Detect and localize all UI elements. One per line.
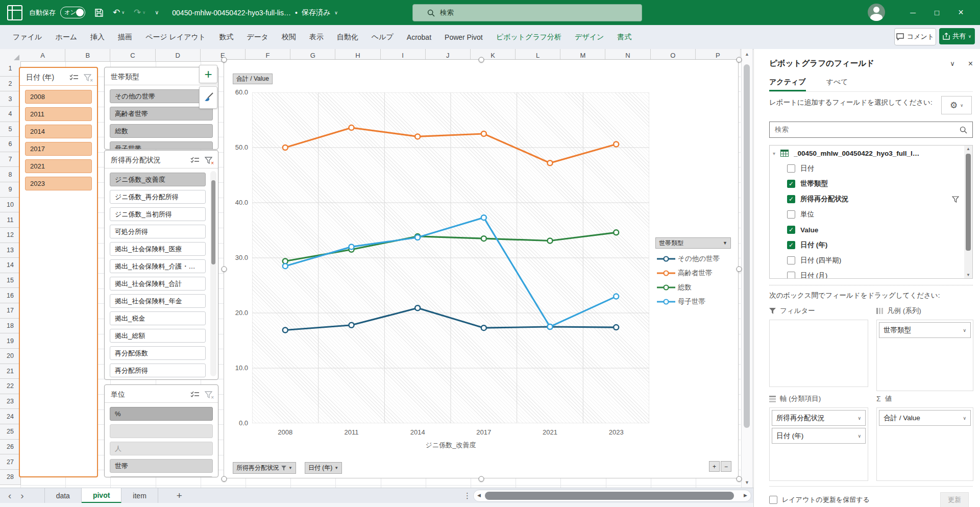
pane-close-icon[interactable]: × <box>968 59 973 68</box>
scroll-down-icon[interactable]: ▼ <box>965 273 971 277</box>
ribbon-tab[interactable]: ファイル <box>6 25 48 49</box>
field-row[interactable]: 単位 <box>770 207 972 222</box>
slicer-item[interactable] <box>110 424 213 438</box>
field-row[interactable]: 日付 <box>770 161 972 176</box>
slicer-item[interactable]: ジニ係数_当初所得 <box>110 207 206 221</box>
update-button[interactable]: 更新 <box>940 492 969 507</box>
search-box[interactable]: 検索 <box>412 4 642 21</box>
data-point[interactable] <box>548 160 553 165</box>
data-point[interactable] <box>349 323 354 328</box>
field-chip[interactable]: 所得再分配状況∨ <box>772 410 866 426</box>
field-chip[interactable]: 世帯類型∨ <box>879 322 971 338</box>
slicer-item[interactable]: 2008 <box>25 90 92 104</box>
data-point[interactable] <box>614 325 619 330</box>
slicer-unit[interactable]: 単位 × %人世帯万円 <box>104 384 218 477</box>
slicer-item[interactable]: 2014 <box>25 125 92 138</box>
legend-entry[interactable]: 高齢者世帯 <box>657 267 713 279</box>
field-checkbox[interactable]: ✓ <box>787 180 795 188</box>
data-point[interactable] <box>614 294 619 299</box>
data-point[interactable] <box>283 145 288 150</box>
field-row[interactable]: 日付 (月) <box>770 268 972 279</box>
data-point[interactable] <box>349 125 354 130</box>
collapse-icon[interactable]: ▾ <box>773 151 775 156</box>
save-icon[interactable] <box>94 8 104 17</box>
row-header[interactable]: 24 <box>0 409 20 424</box>
field-row[interactable]: ✓世帯類型 <box>770 176 972 191</box>
row-header[interactable]: 9 <box>0 182 20 198</box>
field-checkbox[interactable]: ✓ <box>787 195 795 203</box>
column-header[interactable]: A <box>20 49 65 61</box>
legend-field-button[interactable]: 世帯類型 ▼ <box>655 237 731 249</box>
more-options-icon[interactable]: ⋮ <box>463 491 471 500</box>
slicer-item[interactable]: 再分配所得 <box>110 364 206 377</box>
autosave-toggle[interactable]: オン <box>60 7 85 18</box>
multiselect-icon[interactable] <box>190 391 200 398</box>
ribbon-tab[interactable]: 数式 <box>212 25 240 49</box>
field-chip[interactable]: 合計 / Value∨ <box>879 410 971 426</box>
row-header[interactable]: 15 <box>0 273 20 288</box>
scroll-up-icon[interactable]: ▲ <box>742 52 752 57</box>
data-point[interactable] <box>415 305 420 310</box>
sheet-nav-right-icon[interactable]: › <box>20 490 23 501</box>
sheet-tab-pivot[interactable]: pivot <box>82 488 121 503</box>
field-checkbox[interactable] <box>787 210 795 219</box>
pane-tab-active[interactable]: アクティブ <box>769 78 806 91</box>
row-header[interactable]: 13 <box>0 243 20 258</box>
chart-selection-handle[interactable] <box>737 267 742 272</box>
field-checkbox[interactable]: ✓ <box>787 241 795 249</box>
chart-selection-handle[interactable] <box>479 57 484 63</box>
slicer-item[interactable]: 2023 <box>25 177 92 190</box>
row-header[interactable]: 8 <box>0 167 20 182</box>
row-header[interactable]: 7 <box>0 152 20 167</box>
table-name[interactable]: _00450_mhlw_00450422_hyo3_full_l… <box>794 150 919 157</box>
scroll-up-icon[interactable]: ▲ <box>965 147 971 151</box>
slicer-scroll-thumb[interactable] <box>211 180 215 264</box>
data-point[interactable] <box>481 215 486 220</box>
row-header[interactable]: 23 <box>0 394 20 409</box>
slicer-item[interactable]: 拠出_社会保険料_合計 <box>110 277 206 291</box>
slicer-redistribution[interactable]: 所得再分配状況 × ジニ係数_改善度ジニ係数_再分配所得ジニ係数_当初所得可処分… <box>104 150 218 380</box>
row-header[interactable]: 16 <box>0 288 20 303</box>
ribbon-tab[interactable]: 描画 <box>111 25 139 49</box>
row-header[interactable]: 6 <box>0 137 20 152</box>
row-header[interactable]: 11 <box>0 212 20 228</box>
column-header[interactable]: D <box>156 49 201 61</box>
sheet-nav-left-icon[interactable]: ‹ <box>8 490 11 501</box>
row-header[interactable]: 26 <box>0 440 20 455</box>
slicer-item[interactable]: 拠出_社会保険料_介護・… <box>110 259 206 273</box>
data-point[interactable] <box>614 142 619 147</box>
fields-search-box[interactable]: 検索 <box>769 122 973 138</box>
sheet-tab-item[interactable]: item <box>121 488 158 503</box>
data-point[interactable] <box>415 235 420 240</box>
row-header[interactable]: 17 <box>0 303 20 319</box>
collapse-field-button[interactable]: − <box>721 461 731 472</box>
row-header[interactable]: 25 <box>0 424 20 440</box>
undo-icon[interactable]: ↶∨ <box>113 7 125 18</box>
values-drop-zone[interactable]: 合計 / Value∨ <box>876 407 973 481</box>
axis-field-button-date[interactable]: 日付 (年) ▼ <box>305 462 342 474</box>
row-header[interactable]: 2 <box>0 77 20 92</box>
ribbon-tab[interactable]: 表示 <box>303 25 330 49</box>
slicer-item[interactable]: その他の世帯 <box>110 89 213 103</box>
legend-drop-zone[interactable]: 世帯類型∨ <box>876 320 973 391</box>
minimize-button[interactable]: ─ <box>901 0 925 25</box>
field-chip[interactable]: 日付 (年)∨ <box>772 428 866 444</box>
field-row[interactable]: ✓Value <box>770 222 972 237</box>
column-header[interactable]: B <box>65 49 110 61</box>
field-list-scrollbar[interactable]: ▲ ▼ <box>964 146 972 278</box>
ribbon-tab[interactable]: ページ レイアウト <box>139 25 212 49</box>
slicer-item[interactable]: ジニ係数_改善度 <box>110 173 206 186</box>
data-point[interactable] <box>283 263 288 269</box>
chart-elements-button[interactable]: + <box>199 65 217 83</box>
ribbon-tab[interactable]: ヘルプ <box>365 25 400 49</box>
document-title[interactable]: 00450-mhlw-00450422-hyo3-full-lis… • 保存済… <box>172 8 338 17</box>
slicer-item[interactable]: 可処分所得 <box>110 225 206 238</box>
data-point[interactable] <box>548 324 553 329</box>
slicer-item[interactable]: 拠出_社会保険料_年金 <box>110 294 206 308</box>
field-row[interactable]: ✓所得再分配状況 <box>770 191 972 207</box>
chart-selection-handle[interactable] <box>222 476 227 482</box>
ribbon-tab[interactable]: 書式 <box>610 25 638 49</box>
slicer-item[interactable]: 母子世帯 <box>110 141 213 150</box>
share-button[interactable]: 共有 ∨ <box>939 28 975 44</box>
row-header[interactable]: 28 <box>0 470 20 485</box>
